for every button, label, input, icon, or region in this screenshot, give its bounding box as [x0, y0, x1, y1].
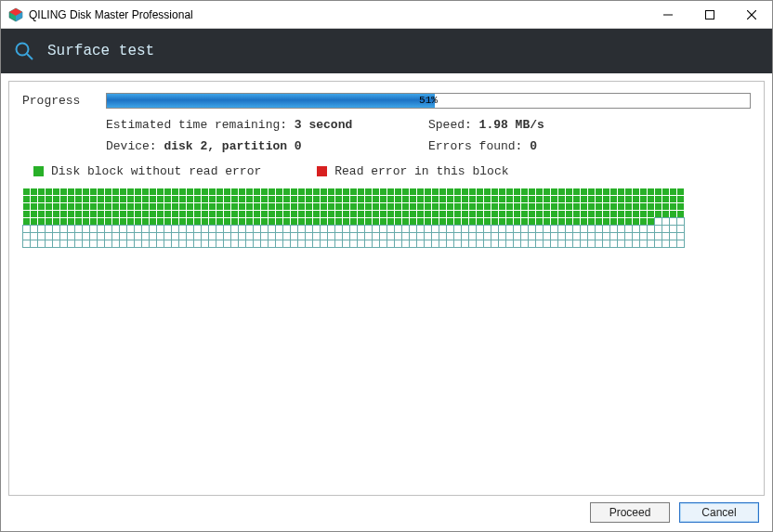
- device-label: Device:: [106, 139, 164, 153]
- speed-cell: Speed: 1.98 MB/s: [428, 118, 751, 132]
- progress-row: Progress 51%: [22, 93, 751, 109]
- grid-cell: [676, 240, 685, 248]
- legend-err: Read error in this block: [317, 164, 508, 178]
- minimize-button[interactable]: [647, 1, 688, 28]
- svg-line-8: [27, 54, 33, 59]
- swatch-err-icon: [317, 166, 327, 176]
- swatch-ok-icon: [33, 166, 44, 176]
- eta-cell: Estimated time remaining: 3 second: [106, 118, 428, 132]
- progress-bar: 51%: [106, 93, 751, 109]
- legend: Disk block without read error Read error…: [33, 164, 751, 178]
- maximize-button[interactable]: [688, 1, 730, 28]
- svg-point-7: [17, 44, 29, 56]
- window-controls: [647, 1, 772, 28]
- block-grid: [22, 188, 751, 247]
- legend-ok: Disk block without read error: [33, 164, 261, 178]
- legend-err-label: Read error in this block: [334, 164, 508, 178]
- progress-percent: 51%: [107, 94, 750, 108]
- cancel-button[interactable]: Cancel: [679, 502, 759, 523]
- speed-value: 1.98 MB/s: [479, 118, 544, 132]
- footer: Proceed Cancel: [1, 500, 772, 531]
- info-grid: Estimated time remaining: 3 second Speed…: [106, 118, 751, 153]
- page-header: Surface test: [1, 29, 772, 73]
- errors-cell: Errors found: 0: [428, 139, 751, 153]
- app-window: QILING Disk Master Professional Surface …: [0, 0, 773, 532]
- window-title: QILING Disk Master Professional: [29, 8, 647, 21]
- device-value: disk 2, partition 0: [164, 139, 301, 153]
- device-cell: Device: disk 2, partition 0: [106, 139, 428, 153]
- content-panel: Progress 51% Estimated time remaining: 3…: [8, 81, 765, 496]
- speed-label: Speed:: [428, 118, 479, 132]
- page-title: Surface test: [47, 43, 154, 59]
- app-icon: [8, 7, 23, 22]
- magnifier-icon: [14, 41, 34, 61]
- svg-rect-4: [705, 10, 714, 19]
- titlebar: QILING Disk Master Professional: [1, 1, 772, 29]
- errors-label: Errors found:: [428, 139, 530, 153]
- close-button[interactable]: [730, 1, 772, 28]
- errors-value: 0: [530, 139, 537, 153]
- eta-value: 3 second: [295, 118, 352, 132]
- progress-label: Progress: [22, 94, 106, 108]
- legend-ok-label: Disk block without read error: [51, 164, 261, 178]
- eta-label: Estimated time remaining:: [106, 118, 295, 132]
- proceed-button[interactable]: Proceed: [590, 502, 670, 523]
